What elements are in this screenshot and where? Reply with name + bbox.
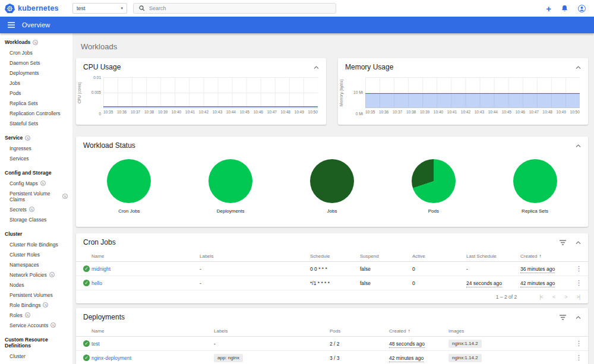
table-pagination: 1 – 2 of 2 |< < > >| [76,290,588,303]
column-header-last-schedule[interactable]: Last Schedule [466,254,520,259]
sidebar-item-certificate[interactable]: Certificate [0,361,72,364]
search-bar[interactable] [133,3,336,14]
sidebar-item-persistent-volume-claims[interactable]: Persistent Volume Claims N [0,188,72,204]
notifications-bell-icon[interactable] [561,5,568,12]
collapse-chevron-icon[interactable] [576,144,581,147]
sidebar-item-crd-cluster[interactable]: Cluster [0,351,72,361]
column-header-active[interactable]: Active [412,254,466,259]
column-header-schedule[interactable]: Schedule [310,254,360,259]
sidebar-item-roles[interactable]: Roles N [0,310,72,320]
item-label: Role Bindings [10,302,40,308]
row-menu-kebab-icon[interactable]: ⋮ [576,340,588,347]
y-tick: 0.005 [91,90,101,94]
sidebar-item-persistent-volumes[interactable]: Persistent Volumes [0,290,72,300]
sidebar-item-network-policies[interactable]: Network Policies N [0,270,72,280]
collapse-chevron-icon[interactable] [576,241,581,244]
sidebar-item-deployments[interactable]: Deployments [0,68,72,78]
top-bar-actions: + [546,4,586,13]
sidebar-item-cron-jobs[interactable]: Cron Jobs [0,48,72,58]
sidebar-item-jobs[interactable]: Jobs [0,78,72,88]
column-header-created[interactable]: Created↑ [520,254,567,259]
sidebar-item-stateful-sets[interactable]: Stateful Sets [0,118,72,128]
collapse-chevron-icon[interactable] [576,316,581,319]
sidebar-item-daemon-sets[interactable]: Daemon Sets [0,58,72,68]
x-axis-tick: 10:40 [434,110,443,114]
sidebar-section-config-and-storage[interactable]: Config and Storage [0,167,72,178]
table-row: ✓ hello - */1 * * * * false 0 24 seconds… [76,276,588,290]
sidebar-item-secrets[interactable]: Secrets N [0,204,72,214]
x-axis-tick: 10:44 [226,110,236,114]
next-page-button[interactable]: > [564,294,567,300]
resource-link[interactable]: midnight [91,266,110,272]
sidebar-item-ingresses[interactable]: Ingresses [0,143,72,153]
sidebar-item-replica-sets[interactable]: Replica Sets [0,98,72,108]
sidebar-item-cluster-role-bindings[interactable]: Cluster Role Bindings [0,239,72,249]
sidebar-section-service[interactable]: Service N [0,132,72,143]
first-page-button[interactable]: |< [539,294,543,300]
previous-page-button[interactable]: < [552,294,555,300]
column-header-labels[interactable]: Labels [200,254,310,259]
row-menu-kebab-icon[interactable]: ⋮ [576,280,588,286]
sidebar-item-role-bindings[interactable]: Role Bindings N [0,300,72,310]
column-header-labels[interactable]: Labels [214,328,330,334]
hamburger-menu-icon[interactable] [8,22,15,28]
sidebar-section-custom-resource-definitions[interactable]: Custom Resource Definitions [0,334,72,351]
column-header-created[interactable]: Created↑ [389,328,448,334]
pods-status-chart[interactable]: Pods [412,159,456,214]
column-header-suspend[interactable]: Suspend [360,254,412,259]
pie-chart [208,159,252,203]
chart-label: Replica Sets [513,208,557,214]
section-label: Workloads [5,39,30,45]
row-menu-kebab-icon[interactable]: ⋮ [576,265,588,272]
namespace-select[interactable]: test ▾ [72,3,127,14]
x-axis-tick: 10:39 [420,110,429,114]
x-axis-tick: 10:48 [281,110,290,114]
image-chip: nginx:1.14.2 [448,354,482,362]
create-resource-button[interactable]: + [546,4,551,13]
collapse-chevron-icon[interactable] [576,66,581,69]
card-title: Memory Usage [345,63,576,71]
resource-link[interactable]: nginx-deployment [91,355,131,361]
sidebar-section-workloads[interactable]: Workloads N [0,37,72,48]
namespaced-badge-icon: N [25,312,30,318]
resource-link[interactable]: hello [91,280,102,286]
kubernetes-logo[interactable]: kubernetes [5,4,72,13]
sidebar-item-service-accounts[interactable]: Service Accounts N [0,320,72,330]
cron-jobs-status-chart[interactable]: Cron Jobs [107,159,151,214]
sidebar-item-nodes[interactable]: Nodes [0,280,72,290]
sidebar-item-cluster-roles[interactable]: Cluster Roles [0,249,72,259]
status-ok-icon: ✓ [83,354,90,361]
created-cell: 48 seconds ago [389,341,425,348]
y-axis-label: CPU (cores) [77,77,81,108]
filter-icon[interactable] [560,315,566,320]
x-axis-tick: 10:44 [488,110,498,114]
column-header-name[interactable]: Name [91,254,200,259]
sidebar-item-namespaces[interactable]: Namespaces [0,259,72,270]
pie-chart [310,159,354,203]
replica-sets-status-chart[interactable]: Replica Sets [513,159,557,214]
deployments-status-chart[interactable]: Deployments [208,159,252,214]
search-input[interactable] [149,5,330,11]
column-header-images[interactable]: Images [448,328,567,334]
status-ok-icon: ✓ [83,280,90,286]
sidebar-item-pods[interactable]: Pods [0,88,72,98]
collapse-chevron-icon[interactable] [314,66,319,69]
x-axis-ticks: 10:3510:3610:3710:3810:3910:4010:4110:42… [103,110,318,114]
sort-asc-icon[interactable]: ↑ [407,328,410,334]
jobs-status-chart[interactable]: Jobs [310,159,354,214]
last-page-button[interactable]: >| [576,294,580,300]
row-menu-kebab-icon[interactable]: ⋮ [576,354,588,361]
filter-icon[interactable] [560,240,566,245]
sidebar-section-cluster[interactable]: Cluster [0,229,72,239]
column-header-pods[interactable]: Pods [330,328,389,334]
user-profile-icon[interactable] [578,5,586,12]
column-header-name[interactable]: Name [91,328,214,334]
resource-link[interactable]: test [91,341,100,347]
sidebar-item-services[interactable]: Services [0,153,72,163]
sidebar-item-storage-classes[interactable]: Storage Classes [0,214,72,224]
item-label: Persistent Volume Claims [10,191,60,202]
sidebar-item-replication-controllers[interactable]: Replication Controllers [0,108,72,118]
x-axis-tick: 10:42 [199,110,208,114]
sidebar-item-config-maps[interactable]: Config Maps N [0,178,72,188]
sort-asc-icon[interactable]: ↑ [539,254,541,259]
